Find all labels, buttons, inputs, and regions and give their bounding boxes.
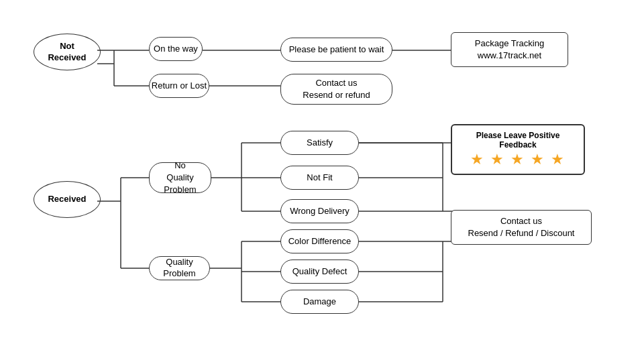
- wrong-delivery-node: Wrong Delivery: [280, 199, 359, 223]
- not-fit-node: Not Fit: [280, 166, 359, 190]
- not-received-node: Not Received: [34, 34, 101, 70]
- no-quality-node: No Quality Problem: [149, 162, 211, 193]
- tracking-node: Package Tracking www.17track.net: [451, 32, 568, 67]
- received-node: Received: [34, 181, 101, 218]
- contact-refund-node: Contact us Resend / Refund / Discount: [451, 210, 592, 245]
- patient-node: Please be patient to wait: [280, 38, 392, 62]
- color-diff-node: Color Difference: [280, 229, 359, 253]
- damage-node: Damage: [280, 290, 359, 314]
- quality-defect-node: Quality Defect: [280, 260, 359, 284]
- on-the-way-node: On the way: [149, 37, 203, 61]
- quality-problem-node: Quality Problem: [149, 256, 210, 280]
- feedback-label: Please Leave Positive Feedback: [460, 131, 576, 150]
- feedback-box: Please Leave Positive Feedback ★ ★ ★ ★ ★: [451, 124, 585, 175]
- flowchart: Not Received On the way Return or Lost P…: [0, 0, 644, 344]
- contact-resend-node: Contact us Resend or refund: [280, 74, 392, 105]
- stars-display: ★ ★ ★ ★ ★: [460, 151, 576, 168]
- return-or-lost-node: Return or Lost: [149, 74, 209, 98]
- satisfy-node: Satisfy: [280, 131, 359, 155]
